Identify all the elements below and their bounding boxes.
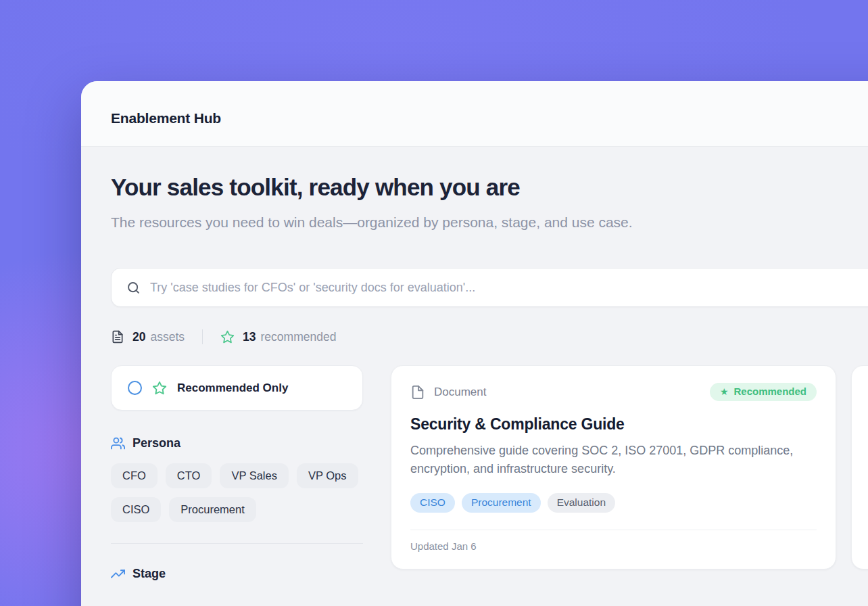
asset-card-grid: Document ★ Recommended Security & Compli… xyxy=(391,365,868,569)
file-icon xyxy=(410,385,425,400)
assets-count: 20 xyxy=(132,330,145,344)
recommended-count: 13 xyxy=(243,330,256,344)
card-title: Security & Compliance Guide xyxy=(410,415,817,434)
radio-circle-icon[interactable] xyxy=(128,381,142,395)
persona-chip-procurement[interactable]: Procurement xyxy=(169,497,256,522)
card-header: Document ★ Recommended xyxy=(410,383,817,401)
filters-sidebar: Recommended Only Persona CFO CTO VP Sale… xyxy=(111,365,363,581)
star-icon xyxy=(220,330,235,344)
persona-section-header: Persona xyxy=(111,436,363,450)
stats-row: 20 assets 13 recommended xyxy=(111,329,868,344)
stage-section-header: Stage xyxy=(111,567,363,581)
assets-label: assets xyxy=(150,330,185,344)
panel-body: Your sales toolkit, ready when you are T… xyxy=(81,147,868,606)
search-icon xyxy=(126,281,141,295)
star-icon xyxy=(152,381,167,396)
persona-chip-ciso[interactable]: CISO xyxy=(111,497,161,522)
persona-chip-cfo[interactable]: CFO xyxy=(111,463,158,488)
content-columns: Recommended Only Persona CFO CTO VP Sale… xyxy=(111,365,868,581)
star-filled-icon: ★ xyxy=(720,387,729,396)
stats-divider xyxy=(202,329,203,344)
persona-chips: CFO CTO VP Sales VP Ops CISO Procurement xyxy=(111,463,363,522)
persona-chip-vp-sales[interactable]: VP Sales xyxy=(220,463,289,488)
recommended-badge-label: Recommended xyxy=(733,386,806,397)
asset-card-security-compliance-guide[interactable]: Document ★ Recommended Security & Compli… xyxy=(391,365,836,569)
file-text-icon xyxy=(111,330,124,344)
enablement-hub-panel: Enablement Hub Your sales toolkit, ready… xyxy=(81,81,868,606)
page-subtitle: The resources you need to win deals—orga… xyxy=(111,211,665,234)
card-tags: CISO Procurement Evaluation xyxy=(410,493,817,513)
recommended-only-label: Recommended Only xyxy=(177,381,288,395)
panel-header: Enablement Hub xyxy=(81,81,868,147)
recommended-label: recommended xyxy=(261,330,337,344)
card-description: Comprehensive guide covering SOC 2, ISO … xyxy=(410,442,804,478)
card-type-label: Document xyxy=(434,386,486,399)
card-type: Document xyxy=(410,385,486,400)
app-title: Enablement Hub xyxy=(111,110,221,126)
recommended-badge: ★ Recommended xyxy=(710,383,817,401)
recommended-only-toggle[interactable]: Recommended Only xyxy=(111,365,363,411)
tag-evaluation[interactable]: Evaluation xyxy=(548,493,615,513)
stage-section-label: Stage xyxy=(132,567,166,581)
trending-up-icon xyxy=(111,567,125,581)
search-bar[interactable] xyxy=(111,268,868,307)
users-icon xyxy=(111,436,125,450)
tag-ciso[interactable]: CISO xyxy=(410,493,455,513)
persona-chip-vp-ops[interactable]: VP Ops xyxy=(297,463,358,488)
card-updated: Updated Jan 6 xyxy=(410,540,477,552)
page-title: Your sales toolkit, ready when you are xyxy=(111,174,868,201)
sidebar-divider xyxy=(111,543,363,544)
card-footer: Updated Jan 6 xyxy=(410,530,817,553)
persona-chip-cto[interactable]: CTO xyxy=(166,463,212,488)
search-input[interactable] xyxy=(150,281,868,295)
tag-procurement[interactable]: Procurement xyxy=(462,493,541,513)
asset-card-partial[interactable] xyxy=(851,365,868,569)
persona-section-label: Persona xyxy=(132,436,180,450)
